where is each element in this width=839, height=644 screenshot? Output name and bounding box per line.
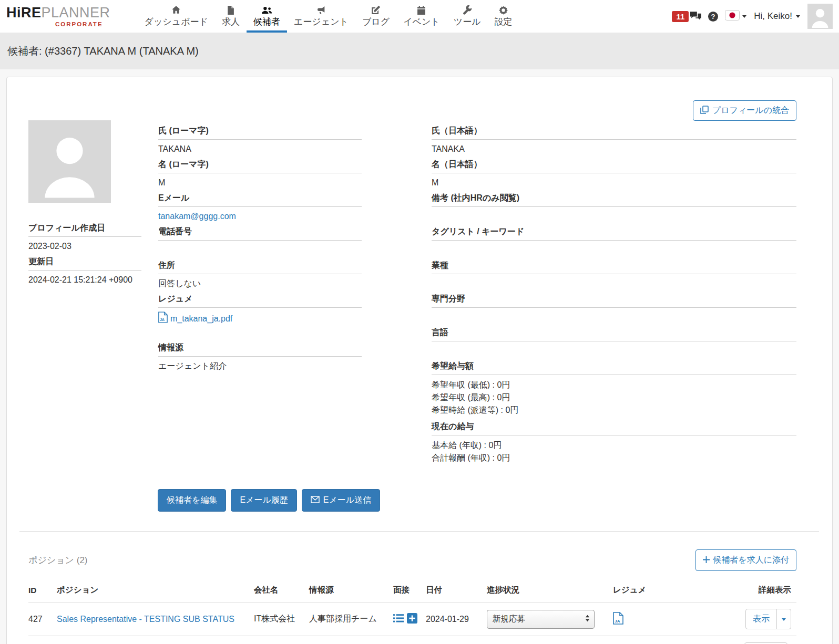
field-profile-created: プロフィール作成日 2023-02-03 <box>28 223 141 256</box>
field-desired-salary: 希望給与額 希望年収 (最低) : 0円 希望年収 (最高) : 0円 希望時給… <box>432 361 796 421</box>
resume-ja-icon[interactable]: JA <box>613 612 623 625</box>
nav-item-candidates[interactable]: 候補者 <box>247 0 287 33</box>
profile-actions: 候補者を編集 Eメール履歴 Eメール送信 <box>158 489 796 512</box>
email-history-button[interactable]: Eメール履歴 <box>231 489 296 512</box>
col-header-id: ID <box>28 581 57 603</box>
page-title-bar: 候補者: (#3367) TAKANA M (TANAKA M) <box>0 33 839 69</box>
page-background: プロフィールの統合 プロフィール作成日 2023-02-03 更新日 2024-… <box>0 69 839 644</box>
chevron-down-icon <box>742 12 747 21</box>
logo-corporate-label: CORPORATE <box>6 21 110 27</box>
field-tags-keywords: タグリスト / キーワード <box>432 226 796 260</box>
wrench-icon <box>463 5 472 15</box>
nav-item-settings[interactable]: 設定 <box>488 0 519 33</box>
gear-icon <box>499 5 508 15</box>
field-phone: 電話番号 <box>158 226 362 260</box>
nav-item-agents[interactable]: エージェント <box>287 0 355 33</box>
profile-meta-column: プロフィール作成日 2023-02-03 更新日 2024-02-21 15:2… <box>28 120 141 469</box>
chat-icon <box>690 12 701 21</box>
cell-id: 427 <box>28 603 57 636</box>
user-avatar[interactable] <box>807 4 833 29</box>
field-first-name-jp: 名（日本語） M <box>432 159 796 193</box>
candidate-avatar <box>28 120 111 203</box>
merge-profile-button[interactable]: プロフィールの統合 <box>693 100 796 121</box>
field-last-name-jp: 氏（日本語） TANAKA <box>432 126 796 159</box>
col-header-details: 詳細表示 <box>744 581 796 603</box>
position-row-427: 427 Sales Representative - TESTING SUB S… <box>28 603 796 636</box>
position-row-329: 329 Business Development Manager-Masae-2… <box>28 636 796 644</box>
calendar-icon <box>417 5 426 15</box>
chevron-down-icon <box>795 11 801 22</box>
field-first-name-roman: 名 (ローマ字) M <box>158 159 362 193</box>
user-greeting: Hi, Keiko! <box>754 11 792 22</box>
japan-flag-icon <box>725 10 740 23</box>
nav-item-events[interactable]: イベント <box>396 0 447 33</box>
field-last-name-roman: 氏 (ローマ字) TAKANA <box>158 126 362 159</box>
col-header-resume: レジュメ <box>613 581 744 603</box>
nav-item-tools[interactable]: ツール <box>447 0 488 33</box>
view-dropdown-toggle[interactable] <box>776 609 791 629</box>
attach-candidate-button[interactable]: 候補者を求人に添付 <box>695 549 796 571</box>
add-interview-icon[interactable] <box>407 613 417 626</box>
positions-title: ポジション (2) <box>28 554 88 566</box>
field-source: 情報源 エージェント紹介 <box>158 342 362 376</box>
edit-candidate-button[interactable]: 候補者を編集 <box>158 489 226 512</box>
position-link[interactable]: Sales Representative - TESTING SUB STATU… <box>57 615 234 624</box>
japanese-fields-column: 氏（日本語） TANAKA 名（日本語） M 備考 (社内HRのみ閲覧) タグリ… <box>432 120 796 469</box>
field-language: 言語 <box>432 327 796 361</box>
user-menu[interactable]: Hi, Keiko! <box>754 11 801 22</box>
logo-text: HiREPLANNER <box>6 6 110 20</box>
profile-grid: プロフィール作成日 2023-02-03 更新日 2024-02-21 15:2… <box>28 120 796 469</box>
nav-item-jobs[interactable]: 求人 <box>215 0 247 33</box>
col-header-date: 日付 <box>426 581 487 603</box>
copy-icon <box>700 106 709 116</box>
candidate-profile-card: プロフィールの統合 プロフィール作成日 2023-02-03 更新日 2024-… <box>6 77 833 644</box>
section-divider <box>19 531 819 532</box>
main-nav: ダッシュボード 求人 候補者 エージェント ブログ <box>138 0 519 33</box>
cell-date: 2024-01-29 <box>426 603 487 636</box>
send-email-button[interactable]: Eメール送信 <box>302 489 380 512</box>
field-profile-updated: 更新日 2024-02-21 15:21:24 +0900 <box>28 256 141 290</box>
hireplanner-logo[interactable]: HiREPLANNER CORPORATE <box>6 0 110 33</box>
col-header-company: 会社名 <box>254 581 309 603</box>
email-link[interactable]: tanakam@gggg.com <box>158 212 236 221</box>
interview-list-icon[interactable] <box>393 614 404 625</box>
cell-source: 人事部採用チーム <box>309 603 393 636</box>
help-icon[interactable]: ? <box>708 12 718 22</box>
cell-company: IT株式会社 <box>254 603 309 636</box>
language-selector[interactable] <box>725 10 747 23</box>
svg-text:JA: JA <box>160 317 165 322</box>
field-specialty: 専門分野 <box>432 294 796 327</box>
positions-section: ポジション (2) 候補者を求人に添付 ID ポジション 会社名 情報源 面接 … <box>28 549 796 644</box>
cell-company: IT株式会社 <box>254 636 309 644</box>
cell-date: 2023-02-03 <box>426 636 487 644</box>
cell-status-text: 内定受理 - 採用決定 <box>487 636 613 644</box>
resume-file-link[interactable]: JA m_takana_ja.pdf <box>158 311 232 326</box>
nav-item-blog[interactable]: ブログ <box>355 0 396 33</box>
nav-item-dashboard[interactable]: ダッシュボード <box>138 0 215 33</box>
view-split-button: 表示 <box>745 609 791 629</box>
col-header-status: 進捗状況 <box>487 581 613 603</box>
header-right-cluster: 11 ? Hi, Keiko! <box>672 0 833 33</box>
envelope-icon <box>311 496 320 505</box>
col-header-source: 情報源 <box>309 581 393 603</box>
notification-count-badge: 11 <box>672 11 689 22</box>
users-icon <box>261 5 272 15</box>
svg-text:?: ? <box>711 13 715 20</box>
field-current-salary: 現在の給与 基本給 (年収) : 0円 合計報酬 (年収) : 0円 <box>432 421 796 469</box>
roman-fields-column: 氏 (ローマ字) TAKANA 名 (ローマ字) M Eメール tanakam@… <box>158 120 362 469</box>
status-select[interactable]: 新規応募 <box>487 610 595 629</box>
field-resume: レジュメ JA m_takana_ja.pdf <box>158 294 362 342</box>
page-title: 候補者: (#3367) TAKANA M (TANAKA M) <box>7 44 199 58</box>
home-icon <box>171 5 181 15</box>
field-email: Eメール tanakam@gggg.com <box>158 193 362 226</box>
notifications-button[interactable]: 11 <box>672 11 701 22</box>
field-address: 住所 回答しない <box>158 260 362 294</box>
ja-file-icon: JA <box>158 311 168 326</box>
megaphone-icon <box>316 5 326 15</box>
svg-text:JA: JA <box>615 619 620 624</box>
view-button[interactable]: 表示 <box>745 609 777 629</box>
cell-id: 329 <box>28 636 57 644</box>
top-navigation-bar: HiREPLANNER CORPORATE ダッシュボード 求人 候補者 エ <box>0 0 839 33</box>
pencil-square-icon <box>371 5 381 15</box>
col-header-position: ポジション <box>57 581 254 603</box>
